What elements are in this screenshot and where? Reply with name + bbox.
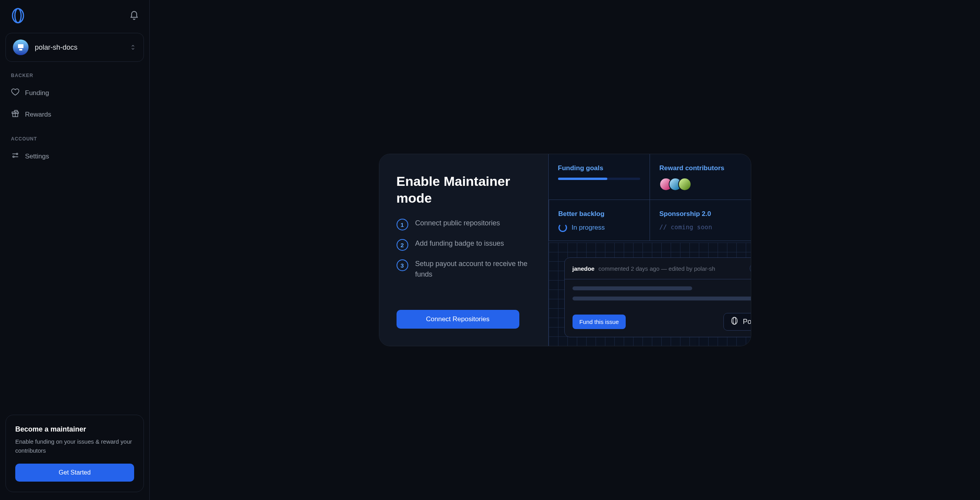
svg-point-7 — [13, 156, 14, 158]
step-text: Setup payout account to receive the fund… — [415, 259, 531, 280]
workspace-switcher[interactable]: polar-sh-docs — [5, 33, 144, 62]
fund-this-issue-button[interactable]: Fund this issue — [573, 315, 626, 329]
connect-repositories-button[interactable]: Connect Repositories — [397, 310, 519, 329]
polar-logo-icon — [730, 317, 739, 327]
sidebar-item-label: Settings — [25, 153, 49, 160]
sidebar-item-label: Funding — [25, 89, 49, 97]
sidebar-item-funding[interactable]: Funding — [5, 82, 144, 104]
hero-title: Enable Maintainer mode — [397, 173, 531, 206]
sidebar: polar-sh-docs BACKER Funding Rewards ACC… — [0, 0, 150, 500]
maintainer-promo-card: Become a maintainer Enable funding on yo… — [5, 415, 144, 492]
polar-brand-pill: Polar — [723, 313, 751, 331]
status-text: In progress — [572, 224, 605, 232]
step-2: 2 Add funding badge to issues — [397, 238, 531, 251]
chevron-up-down-icon — [129, 44, 136, 51]
comment-meta-rest: commented 2 days ago — edited by polar-s… — [598, 265, 715, 272]
svg-point-9 — [733, 317, 736, 324]
promo-cell-funding-goals: Funding goals — [549, 154, 650, 200]
svg-point-6 — [16, 153, 18, 155]
placeholder-line — [573, 286, 693, 290]
sidebar-item-label: Rewards — [25, 111, 51, 119]
step-number-icon: 2 — [397, 239, 408, 251]
svg-point-8 — [732, 317, 738, 324]
step-number-icon: 3 — [397, 259, 408, 271]
promo-cell-title: Reward contributors — [659, 164, 741, 172]
funding-progress-bar — [558, 178, 641, 180]
main-content: Enable Maintainer mode 1 Connect public … — [150, 0, 980, 500]
svg-point-1 — [15, 9, 21, 23]
promo-cell-reward-contributors: Reward contributors — [650, 154, 751, 200]
heart-icon — [11, 88, 20, 98]
polar-brand-label: Polar — [743, 318, 751, 326]
promo-desc: Enable funding on your issues & reward y… — [15, 437, 134, 455]
promo-cell-better-backlog: Better backlog In progress — [549, 200, 650, 241]
sliders-icon — [11, 151, 20, 162]
promo-cell-title: Sponsorship 2.0 — [659, 210, 741, 218]
step-text: Connect public repositories — [415, 218, 500, 228]
sidebar-item-rewards[interactable]: Rewards — [5, 104, 144, 125]
promo-cell-sponsorship: Sponsorship 2.0 // coming soon — [650, 200, 751, 241]
step-3: 3 Setup payout account to receive the fu… — [397, 259, 531, 280]
spinner-icon — [558, 223, 567, 232]
step-text: Add funding badge to issues — [415, 238, 504, 249]
coming-soon-text: // coming soon — [659, 223, 741, 231]
placeholder-line — [573, 297, 751, 300]
section-label-backer: BACKER — [5, 62, 144, 82]
promo-cell-title: Funding goals — [558, 164, 641, 172]
enable-maintainer-hero: Enable Maintainer mode 1 Connect public … — [379, 154, 751, 346]
avatar — [678, 178, 691, 191]
promo-title: Become a maintainer — [15, 425, 134, 433]
workspace-name: polar-sh-docs — [35, 43, 123, 52]
bell-icon[interactable] — [129, 11, 139, 21]
hero-right-panel: Funding goals Reward contributors — [548, 154, 751, 346]
hero-left-panel: Enable Maintainer mode 1 Connect public … — [379, 154, 548, 346]
get-started-button[interactable]: Get Started — [15, 464, 134, 482]
sidebar-item-settings[interactable]: Settings — [5, 146, 144, 167]
svg-rect-3 — [19, 49, 22, 50]
section-label-account: ACCOUNT — [5, 125, 144, 146]
svg-rect-2 — [18, 44, 23, 48]
gift-icon — [11, 109, 20, 120]
promo-cell-title: Better backlog — [558, 210, 641, 218]
step-1: 1 Connect public repositories — [397, 218, 531, 230]
issue-comment-preview: janedoe commented 2 days ago — edited by… — [564, 257, 751, 337]
step-number-icon: 1 — [397, 219, 408, 230]
svg-point-0 — [13, 9, 23, 23]
comment-badge: bo — [750, 263, 751, 273]
comment-author: janedoe — [573, 265, 595, 272]
workspace-avatar-icon — [13, 40, 29, 55]
comment-meta: janedoe commented 2 days ago — edited by… — [573, 264, 715, 273]
funding-progress-fill — [558, 178, 607, 180]
contributor-avatars — [659, 178, 741, 191]
logo-icon[interactable] — [10, 8, 26, 23]
